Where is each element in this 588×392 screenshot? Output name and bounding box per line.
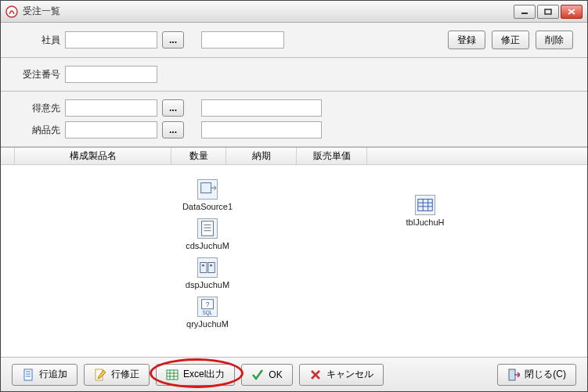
component-dspJuchuM[interactable]: dspJuchuM [179,257,236,290]
maximize-button[interactable] [537,5,559,19]
employee-label: 社員 [15,34,60,47]
grid-col-due[interactable]: 納期 [226,148,297,164]
excel-export-button[interactable]: Excel出力 [156,364,235,386]
svg-rect-12 [418,200,432,211]
modify-button[interactable]: 修正 [492,31,529,49]
ellipsis-icon: ... [169,124,177,135]
component-cdsJuchuM[interactable]: cdsJuchuM [179,218,236,250]
exit-icon [507,369,520,381]
employee-picker-button[interactable]: ... [162,31,184,49]
customer-picker-button[interactable]: ... [162,99,184,117]
app-icon [5,5,18,18]
ok-button[interactable]: OK [241,364,292,386]
cancel-button[interactable]: キャンセル [299,364,384,386]
component-label: cdsJuchuM [179,241,236,250]
check-icon [251,369,264,381]
add-row-button[interactable]: 行追加 [12,364,78,386]
svg-rect-2 [545,9,551,14]
window-title: 受注一覧 [23,5,514,18]
maximize-icon [544,9,552,15]
component-icon [197,218,218,239]
grid-col-qty[interactable]: 数量 [171,148,226,164]
order-no-input[interactable] [65,66,157,83]
record-toolbar: 登録 修正 削除 [448,31,573,49]
svg-rect-6 [208,263,215,273]
delivery-name-input[interactable] [201,121,322,138]
ellipsis-icon: ... [169,34,177,45]
document-add-icon [22,369,34,381]
designer-canvas: DataSource1cdsJuchuMdspJuchuM?SQLqryJuch… [1,165,587,357]
component-tblJuchuH[interactable]: tblJuchuH [397,195,453,227]
svg-rect-5 [200,263,207,273]
edit-row-button[interactable]: 行修正 [84,364,150,386]
svg-text:SQL: SQL [203,310,213,316]
svg-rect-3 [201,183,211,193]
svg-rect-15 [167,370,178,379]
panel-employee: 社員 ... 登録 修正 削除 [1,23,587,58]
detail-grid-area: 構成製品名 数量 納期 販売単価 DataSource1cdsJuchuMdsp… [1,147,587,357]
window-buttons [514,5,583,19]
footer-toolbar: 行追加 行修正 Excel出力 OK キャンセル [1,357,587,391]
grid-col-price[interactable]: 販売単価 [297,148,367,164]
minimize-icon [521,9,528,15]
employee-name-input[interactable] [201,31,284,49]
panel-parties: 得意先 ... 納品先 ... [1,92,587,147]
svg-rect-16 [509,369,515,380]
customer-label: 得意先 [15,102,60,115]
svg-point-0 [6,6,17,17]
delivery-picker-button[interactable]: ... [162,121,184,138]
register-button[interactable]: 登録 [448,31,485,49]
grid-header: 構成製品名 数量 納期 販売単価 [1,148,587,165]
svg-point-7 [202,264,204,267]
svg-text:?: ? [206,300,210,308]
component-qryJuchuM[interactable]: ?SQLqryJuchuM [179,297,236,329]
component-icon [197,179,218,200]
customer-name-input[interactable] [201,99,322,117]
component-label: DataSource1 [179,202,236,211]
component-label: dspJuchuM [179,280,236,290]
delete-button[interactable]: 削除 [536,31,573,49]
svg-point-8 [210,264,212,267]
svg-rect-4 [202,221,214,236]
delivery-code-input[interactable] [65,121,157,138]
panel-order-no: 受注番号 [1,58,587,92]
ellipsis-icon: ... [169,102,177,113]
close-window-button[interactable]: 閉じる(C) [497,364,576,386]
component-icon [415,195,435,215]
component-icon: ?SQL [197,297,218,317]
grid-row-selector[interactable] [1,148,15,164]
document-edit-icon [94,369,106,381]
order-no-label: 受注番号 [15,68,60,81]
component-label: tblJuchuH [397,218,453,227]
svg-rect-1 [521,13,528,14]
svg-rect-13 [24,369,32,380]
titlebar: 受注一覧 [1,1,587,23]
component-icon [197,257,218,278]
minimize-button[interactable] [514,5,536,19]
excel-icon [166,369,179,381]
employee-code-input[interactable] [65,31,157,49]
close-button[interactable] [561,5,583,19]
component-DataSource1[interactable]: DataSource1 [179,179,236,211]
cross-icon [309,369,322,381]
grid-col-product[interactable]: 構成製品名 [15,148,171,164]
component-label: qryJuchuM [179,319,236,329]
customer-code-input[interactable] [65,99,157,117]
close-icon [568,9,575,15]
delivery-label: 納品先 [15,124,60,137]
app-window: 受注一覧 社員 ... 登録 修正 削除 [0,0,588,392]
